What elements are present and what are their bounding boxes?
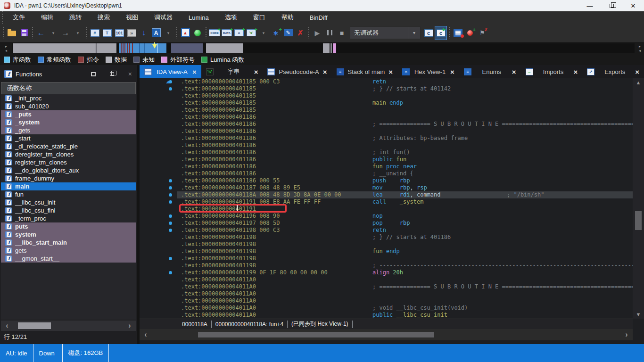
make-code-icon[interactable]: CODE+ xyxy=(209,26,220,40)
pause-process-icon[interactable] xyxy=(324,26,335,40)
scroll-right-icon[interactable]: › xyxy=(620,330,633,339)
debugger-selector[interactable]: 无调试器▾ xyxy=(350,26,421,39)
function-row-_init_proc[interactable]: f_init_proc xyxy=(1,94,136,102)
minimize-button[interactable]: — xyxy=(579,0,601,11)
scroll-right-icon[interactable]: › xyxy=(124,321,136,330)
disasm-row[interactable]: .text:0000000000401186 xyxy=(140,142,633,149)
function-row-__libc_csu_fini[interactable]: f__libc_csu_fini xyxy=(1,206,136,214)
disasm-row[interactable]: .text:0000000000401186; =============== … xyxy=(140,121,633,128)
open-file-icon[interactable] xyxy=(6,26,17,40)
attach-process-icon[interactable]: c xyxy=(423,26,434,40)
stop-process-icon[interactable]: ■ xyxy=(336,26,347,40)
function-row-system[interactable]: fsystem xyxy=(1,230,136,239)
start-process-icon[interactable]: ▶ xyxy=(312,26,323,40)
disasm-row[interactable]: .text:0000000000401186 xyxy=(140,114,633,121)
tab-Hex View-1[interactable]: ○Hex View-1× xyxy=(397,65,459,78)
disasm-row[interactable]: .text:00000000004011A0public __libc_csu_… xyxy=(140,312,633,319)
close-icon[interactable]: × xyxy=(635,68,639,76)
tab-IDA View-A[interactable]: IDA View-A× xyxy=(140,65,201,78)
tab-Exports[interactable]: ↗Exports× xyxy=(582,65,644,78)
band-scroll-right-icons[interactable]: ▸◂ xyxy=(636,43,643,53)
close-button[interactable]: ✕ xyxy=(622,0,644,11)
tab-Pseudocode-A[interactable]: Pseudocode-A× xyxy=(263,65,331,78)
tab-Enums[interactable]: ≡Enums× xyxy=(459,65,521,78)
menu-item-文件[interactable]: 文件 xyxy=(5,11,33,24)
function-row-_dl_relocate_static_pie[interactable]: f_dl_relocate_static_pie xyxy=(1,142,136,150)
disasm-row[interactable]: .text:00000000004011A0 xyxy=(140,276,633,283)
function-row-fun[interactable]: ffun xyxy=(1,190,136,198)
menu-item-帮助[interactable]: 帮助 xyxy=(273,11,302,24)
debugger-windows-icon[interactable] xyxy=(452,26,463,40)
navigate-forward-icon[interactable]: → xyxy=(60,26,71,40)
close-icon[interactable]: × xyxy=(192,68,197,76)
search-binary-icon[interactable]: 101 xyxy=(114,26,125,40)
disasm-row[interactable]: .text:00000000004011A0 xyxy=(140,297,633,304)
add-breakpoint-icon[interactable] xyxy=(464,26,476,40)
close-icon[interactable]: × xyxy=(388,68,393,76)
menu-item-跳转[interactable]: 跳转 xyxy=(61,11,90,24)
rename-icon[interactable]: A xyxy=(150,26,162,40)
undefine-icon[interactable]: ✗ xyxy=(295,26,306,40)
make-data-icon[interactable]: DATA+ xyxy=(221,26,232,40)
disassembly-hscrollbar[interactable]: ‹ › xyxy=(140,329,633,340)
disasm-row[interactable]: .text:0000000000401186; Attributes: bp-b… xyxy=(140,135,633,142)
search-next-icon[interactable]: » xyxy=(126,26,137,40)
auto-analysis-indicator-icon[interactable] xyxy=(192,26,203,40)
function-row-_term_proc[interactable]: f_term_proc xyxy=(1,214,136,222)
function-name-column-header[interactable]: 函数名称 xyxy=(1,82,136,94)
close-icon[interactable]: × xyxy=(512,68,516,76)
disasm-row[interactable]: .text:0000000000401186 000 55push rbp xyxy=(140,177,633,184)
function-row-_gets[interactable]: f_gets xyxy=(1,126,136,134)
disasm-row[interactable]: .text:0000000000401198; ----------------… xyxy=(140,262,633,269)
tab-字串[interactable]: 's'字串× xyxy=(201,65,263,78)
navigate-back-icon[interactable]: ← xyxy=(35,26,47,40)
scroll-left-icon[interactable]: ‹ xyxy=(1,321,13,330)
tab-Stack of main[interactable]: ≡Stack of main× xyxy=(332,65,398,78)
disassembly-vscrollbar-thumb[interactable] xyxy=(635,211,642,230)
search-text-icon[interactable]: T xyxy=(101,26,113,40)
disasm-row[interactable]: .text:0000000000401198; } // starts at 4… xyxy=(140,234,633,241)
function-row-__libc_csu_init[interactable]: f__libc_csu_init xyxy=(1,198,136,206)
disasm-row[interactable]: .text:0000000000401186public fun xyxy=(140,156,633,163)
disasm-row[interactable]: .text:0000000000401186 xyxy=(140,128,633,135)
disasm-row[interactable]: .text:0000000000401185; } // starts at 4… xyxy=(140,85,633,92)
function-row-__do_global_dtors_aux[interactable]: f__do_global_dtors_aux xyxy=(1,166,136,174)
float-panel-icon[interactable] xyxy=(110,72,114,76)
function-row-__libc_start_main[interactable]: f__libc_start_main xyxy=(1,239,136,247)
make-struct-icon[interactable]: A+ xyxy=(233,26,245,40)
make-caret-icon[interactable]: ▾ xyxy=(258,26,269,40)
problems-icon[interactable]: ▲ xyxy=(180,26,191,40)
close-icon[interactable]: × xyxy=(323,68,327,76)
function-row-__gmon_start__[interactable]: f__gmon_start__ xyxy=(1,255,136,263)
function-row-_system[interactable]: f_system xyxy=(1,118,136,126)
scroll-up-icon[interactable]: ▲ xyxy=(633,78,644,87)
menu-item-窗口[interactable]: 窗口 xyxy=(245,11,273,24)
close-panel-icon[interactable]: × xyxy=(128,70,132,78)
menu-item-Lumina[interactable]: Lumina xyxy=(181,11,217,24)
forward-history-caret-icon[interactable]: ▾ xyxy=(72,26,83,40)
disasm-row[interactable]: .text:0000000000401198fun endp xyxy=(140,248,633,255)
delete-breakpoint-icon[interactable]: ⚑ xyxy=(477,26,488,40)
menu-item-选项[interactable]: 选项 xyxy=(217,11,245,24)
run-to-cursor-icon[interactable]: c xyxy=(435,26,446,40)
disasm-row[interactable]: .text:0000000000401186; int fun() xyxy=(140,149,633,156)
disassembly-vscrollbar[interactable]: ▲ ▼ xyxy=(633,78,644,319)
disasm-row[interactable]: .text:0000000000401185main endp xyxy=(140,99,633,107)
disasm-row[interactable]: .text:0000000000401197 008 5Dpop rbp xyxy=(140,220,633,227)
close-icon[interactable]: × xyxy=(254,68,258,76)
search-address-icon[interactable]: # xyxy=(89,26,100,40)
scroll-left-icon[interactable]: ‹ xyxy=(140,330,152,339)
function-row-deregister_tm_clones[interactable]: fderegister_tm_clones xyxy=(1,150,136,158)
rename-caret-icon[interactable]: ▾ xyxy=(163,26,174,40)
tab-Imports[interactable]: →Imports× xyxy=(521,65,583,78)
maximize-panel-icon[interactable] xyxy=(91,72,96,76)
disasm-row[interactable]: .text:0000000000401187 008 48 89 E5mov r… xyxy=(140,184,633,191)
disasm-row[interactable]: .text:0000000000401199 0F 1F 80 00 00 00… xyxy=(140,269,633,276)
disasm-row[interactable]: .text:0000000000401185 xyxy=(140,92,633,99)
disasm-row[interactable]: .text:0000000000401198 xyxy=(140,241,633,248)
disasm-row[interactable]: .text:000000000040118A 008 48 8D 3D 8A 0… xyxy=(140,191,633,198)
scroll-down-icon[interactable]: ▼ xyxy=(633,310,644,319)
function-row-_puts[interactable]: f_puts xyxy=(1,110,136,118)
disasm-row[interactable]: .text:0000000000401186; __unwind { xyxy=(140,170,633,177)
menu-item-视图[interactable]: 视图 xyxy=(118,11,146,24)
